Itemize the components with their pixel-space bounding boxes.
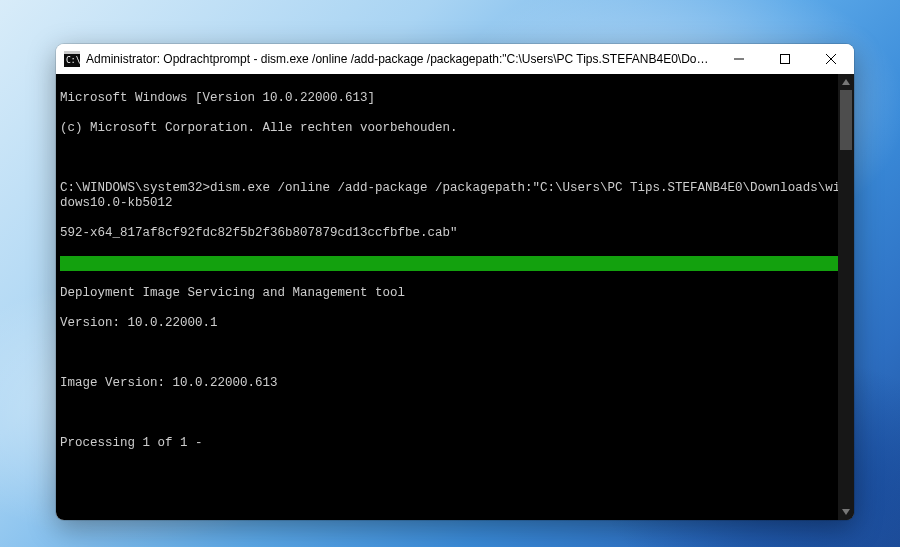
output-line: Deployment Image Servicing and Managemen… [60,286,850,301]
maximize-icon [780,54,790,64]
command-line: C:\WINDOWS\system32>dism.exe /online /ad… [60,181,850,211]
scrollbar-thumb[interactable] [840,90,852,150]
close-button[interactable] [808,44,854,74]
scroll-down-button[interactable] [838,504,854,520]
cmd-icon: C:\ [64,51,80,67]
minimize-icon [734,54,744,64]
svg-text:C:\: C:\ [66,56,80,65]
window-controls [716,44,854,74]
scroll-up-button[interactable] [838,74,854,90]
titlebar[interactable]: C:\ Administrator: Opdrachtprompt - dism… [56,44,854,74]
output-line: Version: 10.0.22000.1 [60,316,850,331]
progress-bar [60,256,850,271]
command-line-wrap: 592-x64_817af8cf92fdc82f5b2f36b807879cd1… [60,226,850,241]
chevron-down-icon [842,509,850,515]
terminal-area[interactable]: Microsoft Windows [Version 10.0.22000.61… [56,74,854,520]
output-line: Microsoft Windows [Version 10.0.22000.61… [60,91,850,106]
output-line: (c) Microsoft Corporation. Alle rechten … [60,121,850,136]
output-line [60,151,850,166]
close-icon [826,54,836,64]
command-prompt-window: C:\ Administrator: Opdrachtprompt - dism… [56,44,854,520]
output-line: Image Version: 10.0.22000.613 [60,376,850,391]
output-line: Processing 1 of 1 - [60,436,850,451]
prompt: C:\WINDOWS\system32> [60,181,210,195]
minimize-button[interactable] [716,44,762,74]
chevron-up-icon [842,79,850,85]
scrollbar[interactable] [838,74,854,520]
output-line [60,406,850,421]
output-line [60,346,850,361]
window-title: Administrator: Opdrachtprompt - dism.exe… [86,52,716,66]
svg-rect-1 [64,51,80,54]
maximize-button[interactable] [762,44,808,74]
svg-rect-4 [781,55,790,64]
terminal-output: Microsoft Windows [Version 10.0.22000.61… [56,74,854,520]
